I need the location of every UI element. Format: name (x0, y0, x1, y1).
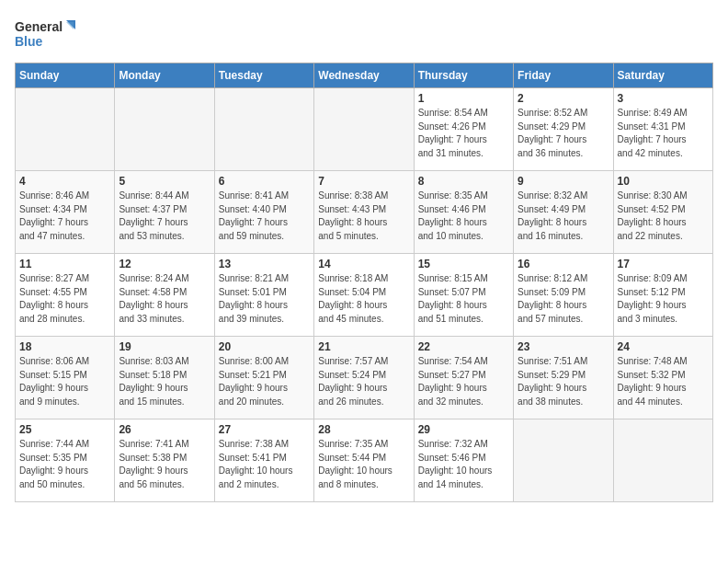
calendar-cell: 7Sunrise: 8:38 AM Sunset: 4:43 PM Daylig… (314, 171, 414, 254)
weekday-header-thursday: Thursday (414, 63, 513, 88)
day-info: Sunrise: 8:09 AM Sunset: 5:12 PM Dayligh… (618, 272, 709, 326)
day-info: Sunrise: 7:54 AM Sunset: 5:27 PM Dayligh… (418, 355, 509, 408)
day-info: Sunrise: 8:44 AM Sunset: 4:37 PM Dayligh… (119, 190, 210, 243)
calendar-cell: 13Sunrise: 8:21 AM Sunset: 5:01 PM Dayli… (214, 254, 313, 337)
day-info: Sunrise: 8:21 AM Sunset: 5:01 PM Dayligh… (219, 272, 310, 326)
day-info: Sunrise: 7:41 AM Sunset: 5:38 PM Dayligh… (119, 438, 210, 491)
logo: General Blue (15, 15, 79, 55)
calendar-cell: 29Sunrise: 7:32 AM Sunset: 5:46 PM Dayli… (414, 419, 513, 502)
weekday-header-monday: Monday (115, 63, 214, 88)
day-number: 11 (19, 258, 110, 270)
day-info: Sunrise: 7:38 AM Sunset: 5:41 PM Dayligh… (219, 438, 310, 491)
calendar-cell: 1Sunrise: 8:54 AM Sunset: 4:26 PM Daylig… (414, 88, 513, 171)
day-info: Sunrise: 7:51 AM Sunset: 5:29 PM Dayligh… (518, 355, 609, 408)
day-number: 13 (219, 258, 310, 270)
day-info: Sunrise: 8:52 AM Sunset: 4:29 PM Dayligh… (518, 107, 609, 160)
day-number: 23 (518, 340, 609, 353)
day-number: 29 (418, 423, 509, 436)
weekday-header-saturday: Saturday (613, 63, 712, 88)
calendar-cell: 21Sunrise: 7:57 AM Sunset: 5:24 PM Dayli… (314, 337, 414, 419)
calendar-cell: 27Sunrise: 7:38 AM Sunset: 5:41 PM Dayli… (214, 419, 313, 502)
day-number: 5 (119, 175, 210, 188)
weekday-header-wednesday: Wednesday (314, 63, 414, 88)
day-number: 2 (518, 92, 609, 105)
day-number: 17 (618, 258, 709, 270)
calendar-cell: 26Sunrise: 7:41 AM Sunset: 5:38 PM Dayli… (115, 419, 214, 502)
day-number: 8 (418, 175, 509, 188)
day-info: Sunrise: 7:32 AM Sunset: 5:46 PM Dayligh… (418, 438, 509, 491)
calendar-cell (214, 88, 313, 171)
day-number: 24 (618, 340, 709, 353)
header: General Blue (15, 15, 713, 55)
day-info: Sunrise: 8:15 AM Sunset: 5:07 PM Dayligh… (418, 272, 509, 326)
day-number: 22 (418, 340, 509, 353)
weekday-header-friday: Friday (514, 63, 613, 88)
day-info: Sunrise: 8:49 AM Sunset: 4:31 PM Dayligh… (618, 107, 709, 160)
calendar-cell (115, 88, 214, 171)
calendar-cell: 25Sunrise: 7:44 AM Sunset: 5:35 PM Dayli… (16, 419, 115, 502)
day-number: 25 (19, 423, 110, 436)
calendar-cell (314, 88, 414, 171)
calendar-cell (613, 419, 712, 502)
calendar-cell: 8Sunrise: 8:35 AM Sunset: 4:46 PM Daylig… (414, 171, 513, 254)
day-info: Sunrise: 8:27 AM Sunset: 4:55 PM Dayligh… (19, 272, 110, 326)
day-info: Sunrise: 8:03 AM Sunset: 5:18 PM Dayligh… (119, 355, 210, 408)
day-number: 20 (219, 340, 310, 353)
calendar-cell: 18Sunrise: 8:06 AM Sunset: 5:15 PM Dayli… (16, 337, 115, 419)
calendar-cell: 11Sunrise: 8:27 AM Sunset: 4:55 PM Dayli… (16, 254, 115, 337)
day-number: 9 (518, 175, 609, 188)
day-number: 26 (119, 423, 210, 436)
day-number: 3 (618, 92, 709, 105)
calendar-cell: 4Sunrise: 8:46 AM Sunset: 4:34 PM Daylig… (16, 171, 115, 254)
calendar-cell: 20Sunrise: 8:00 AM Sunset: 5:21 PM Dayli… (214, 337, 313, 419)
calendar-cell: 6Sunrise: 8:41 AM Sunset: 4:40 PM Daylig… (214, 171, 313, 254)
day-number: 28 (318, 423, 409, 436)
day-info: Sunrise: 7:35 AM Sunset: 5:44 PM Dayligh… (318, 438, 409, 491)
calendar-cell: 9Sunrise: 8:32 AM Sunset: 4:49 PM Daylig… (514, 171, 613, 254)
calendar-cell: 17Sunrise: 8:09 AM Sunset: 5:12 PM Dayli… (613, 254, 712, 337)
calendar-cell: 16Sunrise: 8:12 AM Sunset: 5:09 PM Dayli… (514, 254, 613, 337)
weekday-header-sunday: Sunday (16, 63, 115, 88)
day-info: Sunrise: 8:18 AM Sunset: 5:04 PM Dayligh… (318, 272, 409, 326)
day-number: 1 (418, 92, 509, 105)
calendar-cell: 19Sunrise: 8:03 AM Sunset: 5:18 PM Dayli… (115, 337, 214, 419)
calendar-cell: 28Sunrise: 7:35 AM Sunset: 5:44 PM Dayli… (314, 419, 414, 502)
calendar-cell: 10Sunrise: 8:30 AM Sunset: 4:52 PM Dayli… (613, 171, 712, 254)
calendar-cell: 5Sunrise: 8:44 AM Sunset: 4:37 PM Daylig… (115, 171, 214, 254)
day-info: Sunrise: 8:35 AM Sunset: 4:46 PM Dayligh… (418, 190, 509, 243)
day-number: 16 (518, 258, 609, 270)
calendar-cell (16, 88, 115, 171)
day-number: 10 (618, 175, 709, 188)
day-number: 21 (318, 340, 409, 353)
day-number: 6 (219, 175, 310, 188)
calendar-cell: 24Sunrise: 7:48 AM Sunset: 5:32 PM Dayli… (613, 337, 712, 419)
calendar-cell (514, 419, 613, 502)
day-info: Sunrise: 8:32 AM Sunset: 4:49 PM Dayligh… (518, 190, 609, 243)
svg-text:Blue: Blue (15, 34, 43, 49)
calendar-cell: 23Sunrise: 7:51 AM Sunset: 5:29 PM Dayli… (514, 337, 613, 419)
weekday-header-tuesday: Tuesday (214, 63, 313, 88)
day-info: Sunrise: 8:06 AM Sunset: 5:15 PM Dayligh… (19, 355, 110, 408)
day-info: Sunrise: 8:41 AM Sunset: 4:40 PM Dayligh… (219, 190, 310, 243)
svg-text:General: General (15, 19, 63, 34)
day-number: 7 (318, 175, 409, 188)
calendar-cell: 2Sunrise: 8:52 AM Sunset: 4:29 PM Daylig… (514, 88, 613, 171)
day-info: Sunrise: 8:46 AM Sunset: 4:34 PM Dayligh… (19, 190, 110, 243)
day-info: Sunrise: 8:38 AM Sunset: 4:43 PM Dayligh… (318, 190, 409, 243)
day-info: Sunrise: 8:24 AM Sunset: 4:58 PM Dayligh… (119, 272, 210, 326)
day-info: Sunrise: 7:57 AM Sunset: 5:24 PM Dayligh… (318, 355, 409, 408)
calendar-cell: 14Sunrise: 8:18 AM Sunset: 5:04 PM Dayli… (314, 254, 414, 337)
calendar-cell: 12Sunrise: 8:24 AM Sunset: 4:58 PM Dayli… (115, 254, 214, 337)
calendar-cell: 22Sunrise: 7:54 AM Sunset: 5:27 PM Dayli… (414, 337, 513, 419)
day-number: 14 (318, 258, 409, 270)
day-info: Sunrise: 8:12 AM Sunset: 5:09 PM Dayligh… (518, 272, 609, 326)
day-info: Sunrise: 8:54 AM Sunset: 4:26 PM Dayligh… (418, 107, 509, 160)
day-number: 18 (19, 340, 110, 353)
day-info: Sunrise: 8:00 AM Sunset: 5:21 PM Dayligh… (219, 355, 310, 408)
day-info: Sunrise: 8:30 AM Sunset: 4:52 PM Dayligh… (618, 190, 709, 243)
calendar-cell: 3Sunrise: 8:49 AM Sunset: 4:31 PM Daylig… (613, 88, 712, 171)
logo-svg: General Blue (15, 15, 79, 55)
calendar-table: SundayMondayTuesdayWednesdayThursdayFrid… (15, 63, 713, 502)
day-info: Sunrise: 7:44 AM Sunset: 5:35 PM Dayligh… (19, 438, 110, 491)
day-number: 15 (418, 258, 509, 270)
